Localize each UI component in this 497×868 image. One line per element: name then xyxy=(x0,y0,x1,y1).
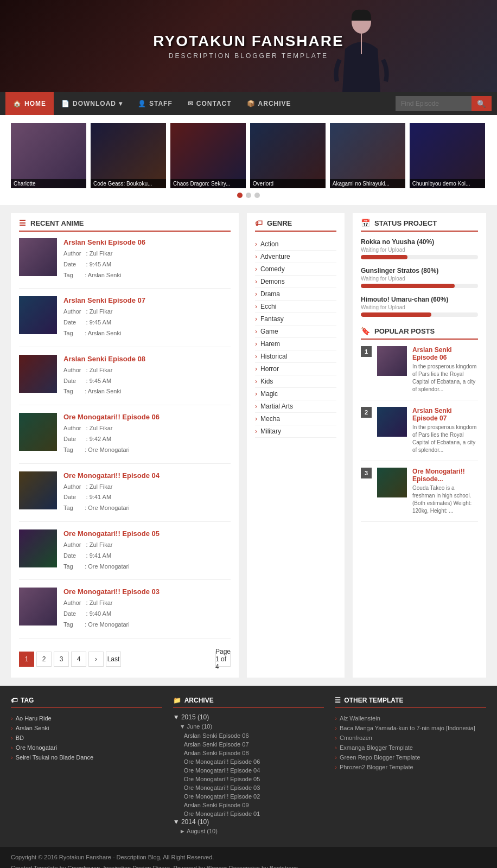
popular-num-2: 3 xyxy=(361,468,372,478)
archive-year-0[interactable]: ▼ 2015 (10) xyxy=(173,713,324,721)
anime-title-3[interactable]: Ore Monogatari!! Episode 06 xyxy=(63,413,231,421)
search-input[interactable] xyxy=(396,96,471,111)
slider-section: Charlotte Code Geass: Boukoku... Chaos D… xyxy=(0,115,497,205)
anime-item-5: Ore Monogatari!! Episode 05 Author : Zul… xyxy=(19,529,231,580)
genre-item-12[interactable]: Magic xyxy=(255,388,336,400)
genre-item-1[interactable]: Adventure xyxy=(255,251,336,263)
other-template-item-1[interactable]: Baca Manga Yamada-kun to 7-nin majo [Ind… xyxy=(335,723,486,733)
archive-item-0-0-2[interactable]: Arslan Senki Episode 08 xyxy=(184,749,324,757)
anime-title-5[interactable]: Ore Monogatari!! Episode 05 xyxy=(63,529,231,538)
page-last[interactable]: Last xyxy=(106,652,121,667)
popular-list: 1 Arslan Senki Episode 06 In the prosper… xyxy=(361,346,478,522)
other-template-item-2[interactable]: Cmonfrozen xyxy=(335,733,486,743)
genre-item-8[interactable]: Harem xyxy=(255,338,336,350)
nav-item-download[interactable]: 📄 DOWNLOAD ▾ xyxy=(54,92,130,115)
genre-item-0[interactable]: Action xyxy=(255,238,336,251)
archive-item-0-0-5[interactable]: Ore Monogatari!! Episode 05 xyxy=(184,775,324,783)
archive-item-0-0-4[interactable]: Ore Monogatari!! Episode 04 xyxy=(184,766,324,775)
nav-link-contact[interactable]: ✉ CONTACT xyxy=(180,92,239,115)
footer-tag-item-2[interactable]: BD xyxy=(11,733,162,743)
anime-thumb-5 xyxy=(19,529,57,567)
page-next[interactable]: › xyxy=(88,652,104,667)
slider-item-4[interactable]: Akagami no Shirayuki... xyxy=(330,123,405,188)
popular-header: 🔖 Popular Posts xyxy=(361,327,478,340)
slider-item-5[interactable]: Chuunibyou demo Koi... xyxy=(410,123,485,188)
anime-meta-4: Author : Zul Fikar Date : 9:41 AM Tag : … xyxy=(63,482,231,514)
genre-item-4[interactable]: Drama xyxy=(255,288,336,301)
genre-item-10[interactable]: Horror xyxy=(255,363,336,375)
footer-bottom: Copyright © 2016 Ryotakun Fanshare - Des… xyxy=(0,847,497,868)
archive-month-0-0[interactable]: ▼ June (10) xyxy=(180,723,324,730)
slider-item-1[interactable]: Code Geass: Boukoku... xyxy=(91,123,166,188)
site-header: RYOTAKUN FANSHARE DESCRIPTION BLOGGER TE… xyxy=(0,0,497,92)
slider-item-0[interactable]: Charlotte xyxy=(11,123,86,188)
genre-item-14[interactable]: Mecha xyxy=(255,413,336,425)
archive-year-1[interactable]: ▼ 2014 (10) xyxy=(173,818,324,826)
archive-item-0-0-1[interactable]: Arslan Senki Episode 07 xyxy=(184,740,324,749)
nav-item-staff[interactable]: 👤 STAFF xyxy=(130,92,180,115)
slider-dot-0[interactable] xyxy=(237,193,243,198)
archive-month-1-0[interactable]: ► August (10) xyxy=(180,828,324,834)
slider-item-2[interactable]: Chaos Dragon: Sekiry... xyxy=(170,123,246,188)
anime-title-1[interactable]: Arslan Senki Episode 07 xyxy=(63,296,231,304)
search-button[interactable]: 🔍 xyxy=(471,96,492,111)
anime-date-0: Date : 9:45 AM xyxy=(63,259,231,270)
navbar: 🏠 HOME 📄 DOWNLOAD ▾ 👤 STAFF ✉ CONTACT xyxy=(0,92,497,115)
popular-title-1[interactable]: Arslan Senki Episode 07 xyxy=(412,407,478,422)
other-template-item-3[interactable]: Exmanga Blogger Template xyxy=(335,743,486,752)
anime-title-4[interactable]: Ore Monogatari!! Episode 04 xyxy=(63,471,231,480)
staff-icon: 👤 xyxy=(138,100,146,107)
footer-tag-item-0[interactable]: Ao Haru Ride xyxy=(11,713,162,723)
genre-item-3[interactable]: Demons xyxy=(255,276,336,288)
archive-item-0-0-9[interactable]: Ore Monogatari!! Episode 01 xyxy=(184,809,324,818)
popular-item-0: 1 Arslan Senki Episode 06 In the prosper… xyxy=(361,346,478,400)
genre-item-2[interactable]: Comedy xyxy=(255,263,336,276)
nav-link-home[interactable]: 🏠 HOME xyxy=(5,92,54,115)
recent-anime-title: RECENT ANIME xyxy=(30,219,84,227)
footer-tag-item-4[interactable]: Seirei Tsukai no Blade Dance xyxy=(11,752,162,762)
other-template-item-0[interactable]: Alz Wallenstein xyxy=(335,713,486,723)
popular-title-2[interactable]: Ore Monogatari!! Episode... xyxy=(412,468,478,483)
popular-title-0[interactable]: Arslan Senki Episode 06 xyxy=(412,346,478,361)
slider-dot-2[interactable] xyxy=(254,193,260,198)
genre-item-7[interactable]: Game xyxy=(255,326,336,338)
list-icon: ☰ xyxy=(19,219,26,227)
other-template-item-5[interactable]: Phrozen2 Blogger Template xyxy=(335,762,486,772)
footer-tag-item-3[interactable]: Ore Monogatari xyxy=(11,743,162,752)
slider-item-3[interactable]: Overlord xyxy=(250,123,326,188)
page-4[interactable]: 4 xyxy=(71,652,86,667)
page-3[interactable]: 3 xyxy=(54,652,69,667)
page-1[interactable]: 1 xyxy=(19,652,34,667)
nav-item-home[interactable]: 🏠 HOME xyxy=(5,92,54,115)
anime-title-0[interactable]: Arslan Senki Episode 06 xyxy=(63,238,231,246)
archive-item-0-0-6[interactable]: Ore Monogatari!! Episode 03 xyxy=(184,783,324,792)
anime-title-2[interactable]: Arslan Senki Episode 08 xyxy=(63,355,231,363)
nav-link-download[interactable]: 📄 DOWNLOAD ▾ xyxy=(54,92,130,115)
tag-icon: 🏷 xyxy=(255,219,263,227)
nav-item-archive[interactable]: 📦 ARCHIVE xyxy=(239,92,299,115)
nav-search: 🔍 xyxy=(396,96,492,111)
popular-thumb-2 xyxy=(377,468,407,497)
archive-item-0-0-0[interactable]: Arslan Senki Episode 06 xyxy=(184,731,324,740)
contact-icon: ✉ xyxy=(188,100,194,107)
nav-link-staff[interactable]: 👤 STAFF xyxy=(130,92,180,115)
genre-item-6[interactable]: Fantasy xyxy=(255,313,336,326)
nav-link-archive[interactable]: 📦 ARCHIVE xyxy=(239,92,299,115)
pagination: 1 2 3 4 › Last Page 1 of 4 xyxy=(19,646,231,672)
archive-item-0-0-8[interactable]: Arslan Senki Episode 09 xyxy=(184,801,324,809)
nav-item-contact[interactable]: ✉ CONTACT xyxy=(180,92,239,115)
genre-item-13[interactable]: Martial Arts xyxy=(255,400,336,413)
anime-title-6[interactable]: Ore Monogatari!! Episode 03 xyxy=(63,588,231,596)
status-item-title-2: Himouto! Umaru-chan (60%) xyxy=(361,296,478,303)
genre-item-15[interactable]: Military xyxy=(255,425,336,438)
archive-item-0-0-3[interactable]: Ore Monogatari!! Episode 06 xyxy=(184,757,324,766)
genre-item-11[interactable]: Kids xyxy=(255,375,336,388)
page-2[interactable]: 2 xyxy=(36,652,52,667)
slider-dot-1[interactable] xyxy=(246,193,251,198)
footer-tag-item-1[interactable]: Arslan Senki xyxy=(11,723,162,733)
genre-item-5[interactable]: Ecchi xyxy=(255,301,336,313)
anime-date-3: Date : 9:42 AM xyxy=(63,434,231,445)
genre-item-9[interactable]: Historical xyxy=(255,350,336,363)
other-template-item-4[interactable]: Green Repo Blogger Template xyxy=(335,752,486,762)
archive-item-0-0-7[interactable]: Ore Monogatari!! Episode 02 xyxy=(184,792,324,801)
